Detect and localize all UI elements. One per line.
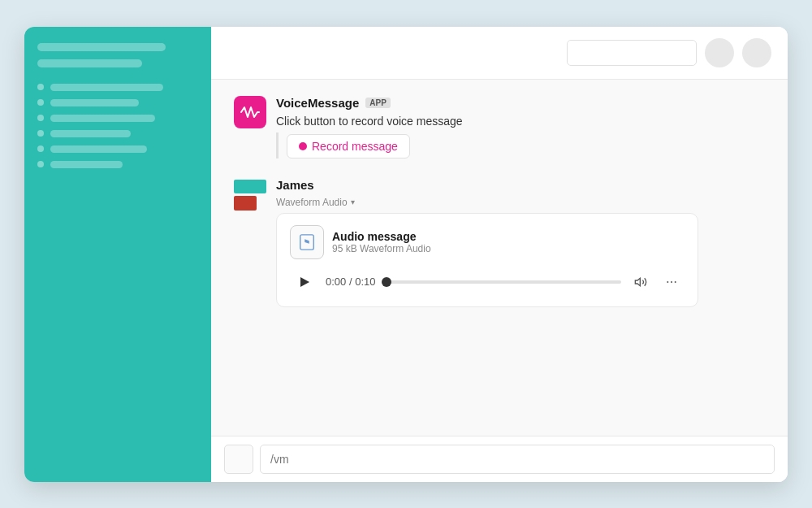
sidebar-item-label — [50, 145, 147, 153]
audio-file-row: Audio message 95 kB Waveform Audio — [290, 225, 685, 259]
james-block: James Waveform Audio ▾ — [234, 178, 765, 307]
sidebar-bar-2 — [37, 59, 142, 67]
voicemessage-description: Click button to record voice message — [276, 115, 463, 128]
sidebar-items — [37, 84, 198, 168]
input-prefix-box — [224, 445, 253, 474]
waveform-audio-label: Waveform Audio — [276, 197, 348, 208]
input-bar — [211, 436, 788, 482]
sidebar-item-label — [50, 130, 131, 137]
sidebar-item-label — [50, 115, 155, 122]
sidebar-item-label — [50, 161, 123, 168]
more-options-button[interactable] — [660, 271, 683, 293]
play-button[interactable] — [292, 269, 317, 295]
record-message-button[interactable]: Record message — [287, 134, 410, 158]
topbar-button-2[interactable] — [742, 38, 771, 67]
svg-point-4 — [671, 281, 672, 283]
audio-controls: 0:00 / 0:10 — [290, 269, 685, 295]
message-input[interactable] — [260, 445, 775, 474]
sidebar-dot — [37, 130, 44, 137]
sidebar-item-label — [50, 84, 163, 91]
app-badge: APP — [365, 98, 391, 108]
svg-point-3 — [667, 281, 668, 283]
voicemessage-content: VoiceMessage APP Click button to record … — [276, 96, 463, 158]
list-item[interactable] — [37, 84, 198, 91]
list-item[interactable] — [37, 145, 198, 153]
sidebar-item-label — [50, 99, 139, 106]
sidebar-dot — [37, 145, 44, 152]
james-header: James — [276, 178, 698, 192]
avatar-voicemessage — [234, 96, 266, 128]
audio-file-icon — [290, 225, 324, 259]
voicemessage-block: VoiceMessage APP Click button to record … — [234, 96, 765, 158]
topbar — [211, 27, 788, 80]
sidebar-dot — [37, 115, 44, 121]
search-input[interactable] — [567, 40, 697, 66]
list-item[interactable] — [37, 130, 198, 137]
audio-file-info: Audio message 95 kB Waveform Audio — [332, 230, 431, 254]
svg-marker-2 — [635, 278, 640, 285]
progress-knob[interactable] — [382, 277, 391, 287]
audio-file-size: 95 kB Waveform Audio — [332, 243, 431, 254]
voicemessage-header: VoiceMessage APP — [276, 96, 463, 110]
svg-point-5 — [675, 281, 676, 283]
sidebar-dot — [37, 99, 44, 106]
audio-time-current: 0:00 / 0:10 — [326, 276, 375, 288]
avatar-james — [234, 178, 266, 211]
record-button-container: Record message — [276, 132, 463, 158]
james-content: James Waveform Audio ▾ — [276, 178, 698, 307]
sidebar — [24, 27, 211, 482]
james-avatar-bottom — [234, 196, 257, 211]
james-name: James — [276, 178, 314, 192]
list-item[interactable] — [37, 161, 198, 168]
list-item[interactable] — [37, 115, 198, 122]
svg-marker-1 — [300, 277, 309, 287]
audio-file-name: Audio message — [332, 230, 431, 243]
sidebar-dot — [37, 84, 44, 90]
chevron-down-icon: ▾ — [351, 198, 355, 206]
app-window: VoiceMessage APP Click button to record … — [24, 27, 788, 482]
james-avatar-top — [234, 180, 266, 194]
audio-progress-bar[interactable] — [383, 280, 621, 284]
chat-area: VoiceMessage APP Click button to record … — [211, 80, 788, 436]
volume-button[interactable] — [629, 271, 652, 293]
topbar-button-1[interactable] — [705, 38, 734, 67]
sidebar-bar-1 — [37, 43, 166, 51]
main-content: VoiceMessage APP Click button to record … — [211, 27, 788, 482]
audio-card: Audio message 95 kB Waveform Audio 0:00 … — [276, 213, 698, 307]
list-item[interactable] — [37, 99, 198, 106]
record-dot-icon — [299, 142, 307, 150]
sidebar-dot — [37, 161, 44, 167]
record-message-label: Record message — [312, 140, 398, 153]
voicemessage-name: VoiceMessage — [276, 96, 359, 110]
james-subtext: Waveform Audio ▾ — [276, 197, 698, 208]
